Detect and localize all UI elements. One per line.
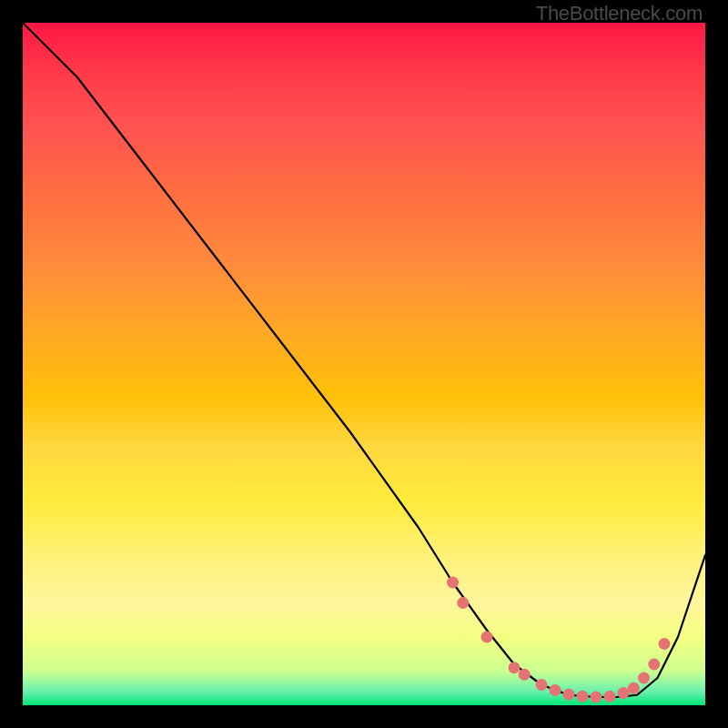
marker-dot bbox=[591, 692, 602, 703]
marker-dot bbox=[457, 597, 469, 609]
chart-svg bbox=[23, 23, 705, 705]
marker-dot bbox=[638, 672, 650, 684]
curve-path bbox=[23, 23, 705, 697]
marker-dot bbox=[659, 638, 671, 650]
marker-dot bbox=[648, 659, 660, 671]
highlighted-markers bbox=[447, 577, 671, 703]
watermark-label: TheBottleneck.com bbox=[536, 2, 703, 25]
bottleneck-curve bbox=[23, 23, 705, 697]
marker-dot bbox=[577, 691, 589, 703]
marker-dot bbox=[447, 577, 459, 589]
marker-dot bbox=[481, 632, 493, 643]
chart-plot-area bbox=[23, 23, 705, 705]
marker-dot bbox=[550, 684, 561, 696]
marker-dot bbox=[628, 682, 640, 694]
marker-dot bbox=[519, 669, 531, 681]
marker-dot bbox=[536, 679, 548, 691]
marker-dot bbox=[604, 691, 616, 703]
marker-dot bbox=[509, 662, 521, 673]
marker-dot bbox=[563, 689, 575, 701]
marker-dot bbox=[618, 687, 630, 699]
